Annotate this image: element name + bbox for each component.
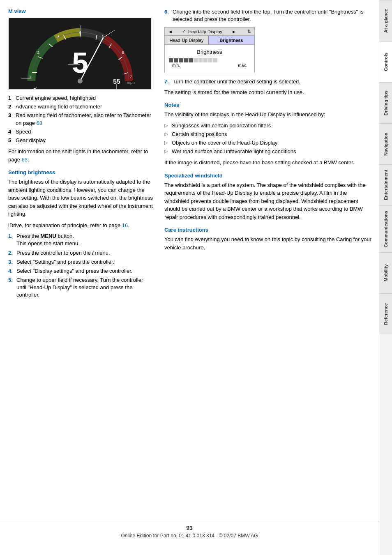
sidebar-tab-label: Entertainment xyxy=(383,170,388,200)
bullet-text: Wet road surface and unfavorable lightin… xyxy=(172,148,296,155)
list-item: 2 Advance warning field of tachometer xyxy=(8,103,154,111)
hud-top-bar: ◄ ✓ Head-Up Display ► ⇅ xyxy=(165,28,254,36)
notes-intro: The visibility of the displays in the He… xyxy=(164,111,373,119)
step-item-6: 6. Change into the second field from the… xyxy=(164,8,373,23)
bullet-icon: ▷ xyxy=(164,122,172,129)
step-item: 3. Select "Settings" and press the contr… xyxy=(8,258,154,266)
step-item: 1. Press the MENU button.This opens the … xyxy=(8,233,154,247)
sidebar-tab-mobility[interactable]: Mobility xyxy=(379,252,392,293)
item-number: 5 xyxy=(8,137,16,144)
sidebar-tab-label: Mobility xyxy=(383,265,388,282)
step-text: Select "Display settings" and press the … xyxy=(16,267,154,275)
bullet-item: ▷ Objects on the cover of the Head-Up Di… xyxy=(164,139,373,147)
step-text: Press the controller to open the i menu. xyxy=(16,249,154,257)
step-text: Change into the second field from the to… xyxy=(173,8,373,23)
brightness-para1: The brightness of the display is automat… xyxy=(8,178,154,218)
sidebar-tab-controls[interactable]: Controls xyxy=(379,41,392,82)
svg-text:2: 2 xyxy=(37,50,39,55)
step-number: 2. xyxy=(8,249,16,257)
hud-segment xyxy=(198,58,203,62)
sidebar-tab-entertainment[interactable]: Entertainment xyxy=(379,164,392,205)
item-text: Gear display xyxy=(16,137,154,144)
brightness-para2: iDrive, for explanation of principle, re… xyxy=(8,221,154,230)
item-number: 2 xyxy=(8,103,16,111)
numbered-items-list: 1 Current engine speed, highlighted 2 Ad… xyxy=(8,94,154,144)
bullet-item: ▷ Certain sitting positions xyxy=(164,131,373,138)
sidebar-tab-reference[interactable]: Reference xyxy=(379,293,392,334)
care-instructions-heading: Care instructions xyxy=(164,227,373,233)
hud-arrow-left: ◄ xyxy=(168,29,173,34)
sidebar-tab-communications[interactable]: Communications xyxy=(379,205,392,252)
hud-tab-brightness: Brightness xyxy=(208,36,254,44)
step-item-7: 7. Turn the controller until the desired… xyxy=(164,78,373,85)
sidebar-tab-label: Communications xyxy=(383,211,388,247)
hud-slider xyxy=(169,58,250,62)
hud-top-title: Head-Up Display xyxy=(188,29,222,34)
notes-para: If the image is distorted, please have t… xyxy=(164,159,373,167)
bullet-item: ▷ Sunglasses with certain polarization f… xyxy=(164,122,373,129)
svg-text:5: 5 xyxy=(72,46,88,79)
hud-segment xyxy=(189,58,193,62)
m-view-heading: M view xyxy=(8,8,154,14)
list-item: 4 Speed xyxy=(8,128,154,136)
hud-tab-display: Head-Up Display xyxy=(165,36,208,44)
page-footer: 93 Online Edition for Part no. 01 41 0 0… xyxy=(0,521,379,539)
item-text: Red warning field of tachometer, also re… xyxy=(16,112,154,127)
hud-checkmark-icon: ✓ xyxy=(182,29,186,34)
svg-point-20 xyxy=(78,78,83,83)
sidebar-tab-label: At a glance xyxy=(383,9,388,33)
sidebar-tabs: At a glance Controls Driving tips Naviga… xyxy=(379,0,392,555)
footer-text: Online Edition for Part no. 01 41 0 013 … xyxy=(0,533,379,539)
bullet-icon: ▷ xyxy=(164,139,172,146)
item-text: Current engine speed, highlighted xyxy=(16,94,154,102)
bullet-item: ▷ Wet road surface and unfavorable light… xyxy=(164,148,373,155)
hud-segment xyxy=(184,58,188,62)
step7-list: 7. Turn the controller until the desired… xyxy=(164,78,373,85)
hud-arrow-right: ► xyxy=(232,29,236,34)
hud-slider-bar xyxy=(169,58,250,62)
hud-segment xyxy=(174,58,178,62)
svg-text:6: 6 xyxy=(122,50,124,55)
svg-text:3: 3 xyxy=(57,34,59,38)
item-text: Advance warning field of tachometer xyxy=(16,103,154,111)
hud-min-max-labels: min. max. xyxy=(169,62,250,69)
item-number: 1 xyxy=(8,94,16,102)
step-number: 6. xyxy=(164,8,173,16)
sidebar-tab-label: Navigation xyxy=(383,132,388,155)
step-text: Press the MENU button.This opens the sta… xyxy=(16,233,154,247)
specialized-heading: Specialized windshield xyxy=(164,173,373,179)
sidebar-tab-driving-tips[interactable]: Driving tips xyxy=(379,82,392,123)
hud-segment xyxy=(179,58,183,62)
step-number: 5. xyxy=(8,276,16,284)
svg-text:7: 7 xyxy=(130,74,132,79)
bullet-text: Objects on the cover of the Head-Up Disp… xyxy=(172,139,277,147)
setting-brightness-heading: Setting brightness xyxy=(8,169,154,175)
bullet-icon: ▷ xyxy=(164,148,172,154)
step-text: Select "Settings" and press the controll… xyxy=(16,258,154,266)
step-item: 4. Select "Display settings" and press t… xyxy=(8,267,154,275)
step-item: 2. Press the controller to open the i me… xyxy=(8,249,154,257)
step-number: 3. xyxy=(8,258,16,266)
sidebar-tab-navigation[interactable]: Navigation xyxy=(379,123,392,164)
notes-heading: Notes xyxy=(164,102,373,108)
hud-brightness-label: Brightness xyxy=(169,49,250,55)
care-para: You can find everything you need to know… xyxy=(164,235,373,251)
hud-segment xyxy=(194,58,198,62)
hud-display-mockup: ◄ ✓ Head-Up Display ► ⇅ Head-Up Display … xyxy=(164,27,255,73)
hud-max-label: max. xyxy=(238,63,247,68)
step7-sub: The setting is stored for the remote con… xyxy=(164,88,373,97)
tachometer-diagram: 1 2 3 4 5 6 7 5 55 mph xyxy=(8,18,152,90)
right-steps-list: 6. Change into the second field from the… xyxy=(164,8,373,23)
svg-text:mph: mph xyxy=(127,80,135,85)
hud-swap-icon: ⇅ xyxy=(247,29,251,34)
list-item: 1 Current engine speed, highlighted xyxy=(8,94,154,102)
steps-list: 1. Press the MENU button.This opens the … xyxy=(8,233,154,299)
page-number: 93 xyxy=(0,525,379,531)
hud-segment xyxy=(169,58,173,62)
bullet-icon: ▷ xyxy=(164,131,172,137)
specialized-para: The windshield is a part of the system. … xyxy=(164,181,373,221)
item-number: 4 xyxy=(8,128,16,136)
sidebar-tab-label: Controls xyxy=(383,53,388,71)
sidebar-tab-at-a-glance[interactable]: At a glance xyxy=(379,0,392,41)
bullet-text: Sunglasses with certain polarization fil… xyxy=(172,122,271,129)
